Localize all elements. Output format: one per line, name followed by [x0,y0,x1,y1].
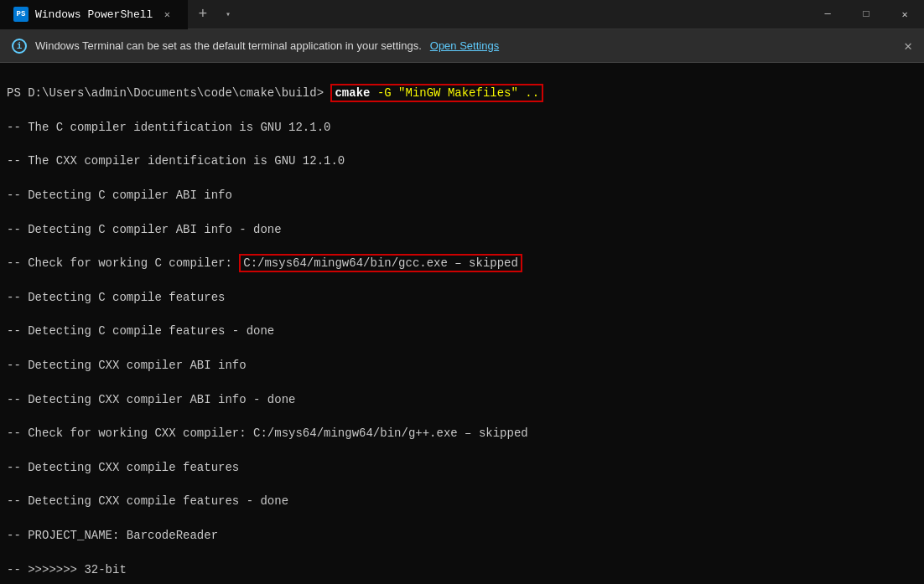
terminal-line-9: -- Detecting CXX compiler ABI info [7,357,917,374]
maximize-button[interactable]: □ [847,0,885,29]
new-tab-button[interactable]: + [188,0,217,29]
title-bar-left: PS Windows PowerShell ✕ + ▾ [0,0,238,29]
minimize-button[interactable]: ─ [808,0,847,29]
notification-message: Windows Terminal can be set as the defau… [35,39,422,52]
tab-dropdown-button[interactable]: ▾ [217,0,238,29]
close-button[interactable]: ✕ [885,0,924,29]
terminal-line-12: -- Detecting CXX compile features [7,459,917,476]
title-bar: PS Windows PowerShell ✕ + ▾ ─ □ ✕ [0,0,924,29]
tab-close-button[interactable]: ✕ [159,7,174,22]
terminal-line-1: PS D:\Users\admin\Documents\code\cmake\b… [7,85,917,101]
terminal-line-14: -- PROJECT_NAME: BarcodeReader [7,527,917,544]
terminal-line-11: -- Check for working CXX compiler: C:/ms… [7,425,917,442]
terminal-line-2: -- The C compiler identification is GNU … [7,119,917,136]
terminal-line-6: -- Check for working C compiler: C:/msys… [7,255,917,271]
open-settings-link[interactable]: Open Settings [430,39,499,52]
tab-icon: PS [13,7,29,22]
tab-label: Windows PowerShell [35,8,153,21]
info-icon: i [12,39,27,54]
terminal-line-4: -- Detecting C compiler ABI info [7,187,917,204]
terminal-line-10: -- Detecting CXX compiler ABI info - don… [7,391,917,408]
terminal-output[interactable]: PS D:\Users\admin\Documents\code\cmake\b… [0,63,924,584]
terminal-line-3: -- The CXX compiler identification is GN… [7,152,917,169]
terminal-line-7: -- Detecting C compile features [7,289,917,306]
window-controls: ─ □ ✕ [808,0,924,29]
terminal-line-13: -- Detecting CXX compile features - done [7,493,917,509]
terminal-line-15: -- >>>>>>> 32-bit [7,561,917,578]
notification-bar: i Windows Terminal can be set as the def… [0,29,924,63]
active-tab[interactable]: PS Windows PowerShell ✕ [0,0,188,29]
terminal-line-5: -- Detecting C compiler ABI info - done [7,221,917,238]
terminal-line-8: -- Detecting C compile features - done [7,323,917,339]
notification-close-button[interactable]: ✕ [904,38,912,54]
tab-area: PS Windows PowerShell ✕ + ▾ [0,0,238,29]
